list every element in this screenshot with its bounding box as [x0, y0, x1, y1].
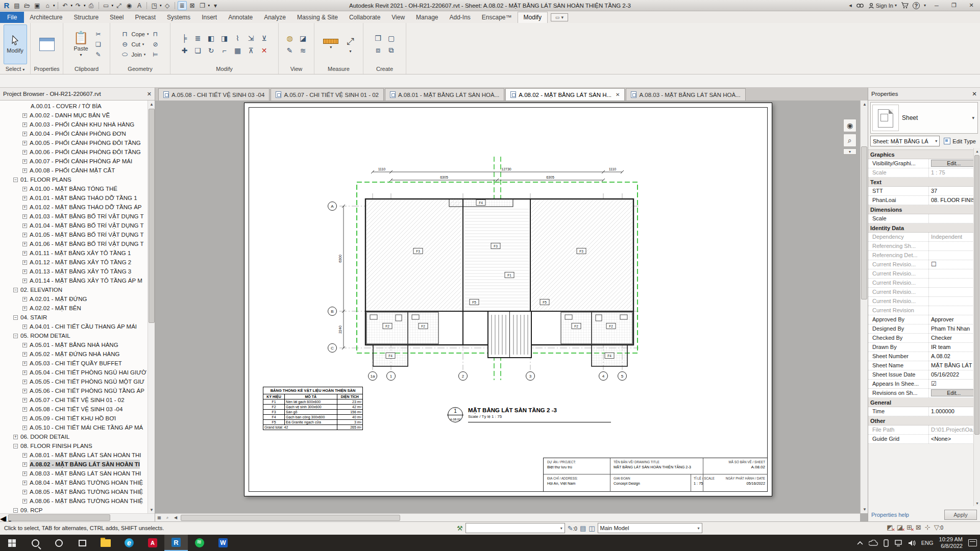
- tree-item-a-01-03[interactable]: +A.01.03 - MẶT BẰNG BỐ TRÍ VẬT DỤNG T: [0, 212, 148, 221]
- measure-icon-dropdown[interactable]: ▾: [112, 4, 114, 8]
- switch-windows-icon-dropdown[interactable]: ▾: [208, 4, 210, 8]
- tree-expand-icon[interactable]: +: [22, 490, 27, 494]
- array-tool[interactable]: ▦: [232, 45, 243, 56]
- word-icon[interactable]: W: [211, 535, 235, 551]
- tree-item-09-rcp[interactable]: −09. RCP: [0, 506, 148, 513]
- reveal-hidden-elements-icon[interactable]: ⌕: [163, 514, 172, 521]
- view-control-scale-icon[interactable]: ▦: [155, 514, 163, 521]
- tree-item-a-05-08[interactable]: +A.05.08 - CHI TIẾT VỆ SINH 03 -04: [0, 405, 148, 414]
- tree-item-a-00-03[interactable]: +A.00.03 - PHỐI CẢNH KHU NHÀ HÀNG: [0, 120, 148, 129]
- help-icon[interactable]: ?: [913, 2, 920, 9]
- tree-expand-icon[interactable]: +: [22, 481, 27, 485]
- tree-expand-icon[interactable]: +: [22, 214, 27, 219]
- type-selector[interactable]: Sheet ▾: [870, 102, 978, 134]
- sheet-a0802[interactable]: 1a12345ABC: [244, 103, 772, 496]
- ribbon-tab-view[interactable]: View: [386, 12, 410, 23]
- tree-item-a-04-01[interactable]: +A.04.01 - CHI TIẾT CẦU THANG ÁP MÁI: [0, 322, 148, 331]
- tree-expand-icon[interactable]: +: [22, 279, 27, 283]
- property-value[interactable]: D:\01.Project\Oa...: [928, 425, 980, 434]
- tree-expand-icon[interactable]: −: [13, 178, 18, 182]
- design-options-icon[interactable]: ▤: [580, 524, 586, 532]
- mirror-pick-axis-tool[interactable]: ◧: [206, 33, 217, 44]
- tree-item-a-05-06[interactable]: +A.05.06 - CHI TIẾT PHÒNG NGỦ TẦNG ÁP: [0, 386, 148, 395]
- tree-expand-icon[interactable]: +: [22, 187, 27, 191]
- tree-item-a-08-03[interactable]: +A.08.03 - MẶT BẰNG LÁT SÀN HOÀN THI: [0, 469, 148, 478]
- scroll-up-icon[interactable]: ▲: [974, 148, 980, 154]
- offset-tool[interactable]: ≣: [192, 33, 204, 44]
- tag-by-category-icon[interactable]: ◉: [125, 1, 134, 10]
- tree-item-a-05-02[interactable]: +A.05.02 - MẶT ĐỨNG NHÀ HÀNG: [0, 349, 148, 359]
- tree-expand-icon[interactable]: +: [22, 141, 27, 145]
- save-icon[interactable]: ▣: [33, 1, 42, 10]
- beam-wall-join-icon[interactable]: ⊨: [151, 50, 160, 59]
- tree-expand-icon[interactable]: −: [13, 444, 18, 448]
- tree-item-a-08-04[interactable]: +A.08.04 - MẶT BẰNG TƯỜNG HOÀN THIỆ: [0, 478, 148, 487]
- property-value[interactable]: Edit...: [928, 159, 980, 168]
- tree-expand-icon[interactable]: +: [22, 150, 27, 155]
- tree-item-a-01-13[interactable]: +A.01.13 - MẶT BẰNG XÂY TÔ TẦNG 3: [0, 267, 148, 276]
- rotate-tool[interactable]: ↻: [206, 45, 217, 56]
- tree-item-a-08-06[interactable]: +A.08.06 - MẶT BẰNG TƯỜNG HOÀN THIỆ: [0, 496, 148, 506]
- pin-tool[interactable]: ⊼: [246, 45, 257, 56]
- tree-expand-icon[interactable]: +: [22, 462, 27, 467]
- properties-group-other[interactable]: Other^: [868, 416, 980, 425]
- paste-button[interactable]: 📋 Paste ▾: [70, 30, 92, 58]
- start-button[interactable]: [0, 535, 23, 551]
- view-tab-a-08-01[interactable]: A.08.01 - MẶT BẰNG LÁT SÀN HOÀ...: [385, 88, 504, 101]
- tree-item-a-05-04[interactable]: +A.05.04 - CHI TIẾT PHÒNG NGỦ HAI GIƯỜ: [0, 368, 148, 377]
- task-view-icon[interactable]: [70, 535, 94, 551]
- property-value[interactable]: A.08.02: [928, 352, 980, 361]
- tree-item-a-00-05[interactable]: +A.00.05 - PHỐI CẢNH PHÒNG ĐÔI TẦNG: [0, 138, 148, 147]
- mirror-draw-axis-tool[interactable]: ◨: [219, 33, 230, 44]
- property-value[interactable]: <None>: [928, 435, 980, 443]
- property-value[interactable]: Approver: [928, 315, 980, 324]
- ribbon-tab-massing-site[interactable]: Massing & Site: [291, 12, 344, 23]
- scrollbar-thumb[interactable]: [8, 514, 110, 521]
- view-tab-a-05-08[interactable]: A.05.08 - CHI TIẾT VỆ SINH 03 -04: [158, 88, 270, 101]
- copy-to-clipboard-icon[interactable]: ❏: [93, 40, 103, 49]
- property-value[interactable]: ☑: [928, 380, 980, 388]
- tree-item-a-01-12[interactable]: +A.01.12 - MẶT BẰNG XÂY TÔ TẦNG 2: [0, 258, 148, 267]
- hide-isolate-icon[interactable]: ◪: [298, 33, 309, 44]
- restore-button[interactable]: ❐: [947, 1, 961, 10]
- create-assembly-icon[interactable]: ⧈: [373, 45, 384, 56]
- sync-with-central-icon-dropdown[interactable]: ▾: [53, 4, 55, 8]
- tree-expand-icon[interactable]: +: [22, 324, 27, 329]
- property-value[interactable]: [928, 251, 980, 260]
- tree-item-a-00-06[interactable]: +A.00.06 - PHỐI CẢNH PHÒNG ĐÔI TẦNG: [0, 147, 148, 157]
- property-value[interactable]: 1.000000: [928, 407, 974, 416]
- tree-expand-icon[interactable]: +: [22, 132, 27, 136]
- property-value[interactable]: Pham Thi Nhan: [928, 324, 980, 333]
- project-browser-icon[interactable]: ▤: [12, 1, 21, 10]
- navigation-bar-options-icon[interactable]: ▾: [843, 148, 856, 155]
- select-underlay-toggle-icon[interactable]: ⊠: [916, 523, 921, 531]
- panel-label-select[interactable]: Select ▾: [0, 65, 30, 74]
- ribbon-tab-insert[interactable]: Insert: [196, 12, 223, 23]
- tree-expand-icon[interactable]: +: [22, 499, 27, 504]
- scale-tool[interactable]: ⇲: [246, 33, 257, 44]
- tree-item-a-05-05[interactable]: +A.05.05 - CHI TIẾT PHÒNG NGỦ MỘT GIƯ: [0, 377, 148, 386]
- scroll-left-icon[interactable]: ◀: [172, 514, 180, 521]
- ribbon-tab-architecture[interactable]: Architecture: [24, 12, 68, 23]
- tree-item-a-05-01[interactable]: +A.05.01 - MẶT BẰNG NHÀ HÀNG: [0, 340, 148, 349]
- unpin-tool[interactable]: ⊻: [259, 33, 270, 44]
- create-similar-icon[interactable]: ⧉: [386, 45, 397, 56]
- tree-expand-icon[interactable]: +: [22, 260, 27, 265]
- tree-expand-icon[interactable]: +: [22, 168, 27, 173]
- cortana-icon[interactable]: [47, 535, 70, 551]
- geometry-cut-button[interactable]: ⊖Cut▾: [120, 40, 149, 49]
- tree-expand-icon[interactable]: +: [22, 471, 27, 476]
- app-store-cart-icon[interactable]: [901, 2, 909, 9]
- tree-expand-icon[interactable]: +: [22, 306, 27, 311]
- tree-expand-icon[interactable]: −: [13, 334, 18, 338]
- property-value[interactable]: Checker: [928, 334, 980, 342]
- close-inactive-views-icon[interactable]: ⊠: [188, 1, 197, 10]
- tree-expand-icon[interactable]: +: [22, 389, 27, 393]
- project-browser-vertical-scrollbar[interactable]: ▲ ▼: [148, 101, 155, 513]
- instance-selector-combobox[interactable]: Sheet: MẶT BẰNG LÁ ▾: [870, 136, 940, 146]
- properties-palette-button[interactable]: [36, 37, 58, 52]
- tree-expand-icon[interactable]: +: [22, 343, 27, 347]
- property-value[interactable]: IR team: [928, 343, 980, 352]
- property-value[interactable]: 37: [928, 187, 974, 195]
- tree-expand-icon[interactable]: +: [22, 370, 27, 375]
